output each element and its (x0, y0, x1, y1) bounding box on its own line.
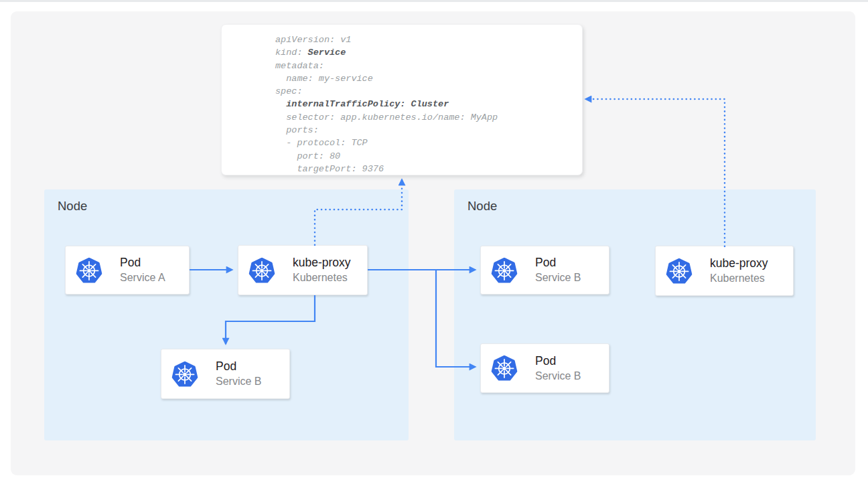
box-subtitle: Kubernetes (293, 271, 351, 284)
pod-service-b-right-bottom-box: Pod Service B (480, 343, 609, 393)
yaml-line: name: my-service (275, 72, 582, 85)
yaml-line: spec: (275, 85, 582, 98)
kube-proxy-left-box: kube-proxy Kubernetes (238, 245, 368, 295)
box-title: kube-proxy (293, 256, 351, 270)
box-title: Pod (535, 354, 581, 368)
yaml-line: targetPort: 9376 (275, 163, 582, 175)
top-divider (0, 0, 868, 2)
kube-proxy-right-box: kube-proxy Kubernetes (655, 246, 794, 296)
node-label: Node (467, 199, 497, 214)
box-title: kube-proxy (710, 256, 768, 270)
kubernetes-icon (490, 256, 518, 284)
kubernetes-icon (248, 256, 276, 284)
node-left: Node (44, 189, 409, 440)
diagram-stage: apiVersion: v1 kind: Service metadata: n… (0, 0, 868, 488)
yaml-line: port: 80 (275, 150, 582, 163)
service-yaml-panel: apiVersion: v1 kind: Service metadata: n… (221, 24, 583, 175)
yaml-line: - protocol: TCP (275, 137, 582, 149)
box-subtitle: Kubernetes (710, 272, 768, 285)
pod-service-a-box: Pod Service A (65, 246, 190, 295)
kubernetes-icon (75, 256, 103, 284)
yaml-line: metadata: (275, 60, 582, 72)
pod-service-b-left-box: Pod Service B (161, 349, 290, 399)
box-subtitle: Service B (535, 370, 581, 383)
box-subtitle: Service B (535, 271, 581, 284)
yaml-line: kind: Service (275, 46, 582, 59)
box-title: Pod (535, 256, 581, 270)
yaml-line: apiVersion: v1 (275, 33, 582, 46)
node-label: Node (58, 199, 87, 214)
yaml-line: internalTrafficPolicy: Cluster (275, 98, 582, 110)
box-title: Pod (120, 256, 165, 270)
yaml-line: selector: app.kubernetes.io/name: MyApp (275, 111, 582, 124)
box-title: Pod (216, 359, 261, 374)
kubernetes-icon (490, 354, 518, 382)
node-right: Node (454, 189, 816, 440)
box-subtitle: Service A (120, 271, 165, 284)
box-subtitle: Service B (216, 375, 261, 388)
kubernetes-icon (665, 257, 693, 285)
pod-service-b-right-top-box: Pod Service B (480, 246, 609, 295)
yaml-line: ports: (275, 124, 582, 137)
kubernetes-icon (171, 360, 199, 388)
